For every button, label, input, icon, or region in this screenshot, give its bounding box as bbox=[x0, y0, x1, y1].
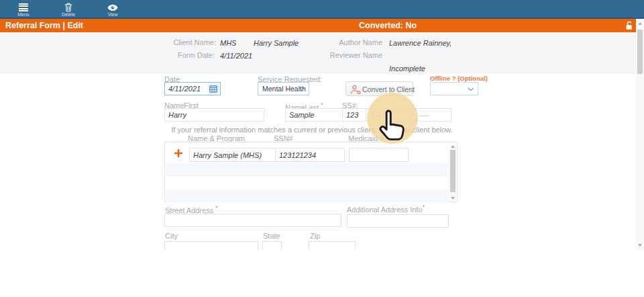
page-scrollbar[interactable] bbox=[636, 19, 644, 250]
eye-icon bbox=[107, 4, 119, 11]
match-ssn-input[interactable] bbox=[275, 148, 345, 162]
form-status: Incomplete bbox=[389, 65, 425, 73]
match-instruction-text: If your referral information matches a c… bbox=[164, 126, 460, 134]
state-label: State bbox=[263, 232, 280, 240]
zip-label: Zip bbox=[310, 232, 320, 240]
scroll-up-icon[interactable] bbox=[451, 145, 455, 148]
table-scrollbar-thumb[interactable] bbox=[450, 150, 455, 192]
menu-button-label: Menu bbox=[10, 12, 37, 17]
page-scrollbar-thumb[interactable] bbox=[637, 30, 643, 74]
offline-optional-label: Offline ? (Optional) bbox=[430, 75, 488, 82]
ssn-part1-input[interactable] bbox=[342, 108, 366, 122]
convert-to-client-label: Convert to Client bbox=[362, 85, 415, 93]
app-window: Menu Delete View Referral Form | Edit Co… bbox=[0, 0, 644, 297]
client-program-value: MHS bbox=[220, 39, 236, 47]
chevron-down-icon bbox=[468, 87, 474, 91]
city-label: City bbox=[165, 232, 178, 240]
chevron-down-icon bbox=[299, 87, 305, 91]
calendar-icon bbox=[209, 85, 217, 93]
title-bar: Referral Form | Edit Converted: No bbox=[0, 19, 636, 32]
state-input[interactable] bbox=[262, 241, 282, 250]
ssn-part2-input[interactable] bbox=[373, 108, 410, 122]
toolbar: Menu Delete View bbox=[0, 0, 644, 19]
scroll-down-icon[interactable] bbox=[451, 197, 455, 200]
form-viewport: Client Name: MHS Harry Sample Author Nam… bbox=[0, 32, 636, 250]
service-requested-select[interactable]: Mental Health bbox=[258, 82, 309, 95]
form-date-value: 4/11/2021 bbox=[220, 52, 252, 60]
client-name-label: Client Name: bbox=[161, 38, 216, 46]
additional-address-label: Additional Address Info* bbox=[347, 204, 425, 214]
street-address-label: Street Address * bbox=[165, 204, 218, 214]
table-row[interactable] bbox=[166, 190, 449, 202]
author-name-label: Author Name bbox=[322, 38, 382, 46]
date-field[interactable]: 4/11/2021 bbox=[164, 82, 221, 95]
hamburger-icon bbox=[19, 3, 28, 11]
unlock-icon[interactable] bbox=[625, 21, 633, 30]
calendar-button[interactable] bbox=[207, 83, 219, 94]
client-match-table bbox=[164, 142, 458, 202]
ssn-part3-input[interactable] bbox=[416, 108, 451, 122]
table-scrollbar[interactable] bbox=[449, 143, 456, 202]
client-name-value: Harry Sample bbox=[254, 39, 299, 47]
delete-button[interactable]: Delete bbox=[55, 1, 82, 17]
convert-to-client-button[interactable]: Convert to Client bbox=[345, 81, 413, 96]
required-asterisk: * bbox=[423, 204, 425, 210]
view-button[interactable]: View bbox=[99, 1, 126, 17]
additional-address-input[interactable] bbox=[347, 214, 449, 228]
reviewer-name-label: Reviewer Name bbox=[322, 51, 382, 59]
table-row[interactable] bbox=[166, 163, 449, 177]
author-name-value: Lawrence Rainney, bbox=[389, 39, 451, 47]
required-asterisk: * bbox=[321, 101, 323, 108]
required-asterisk: * bbox=[215, 204, 218, 211]
zip-input[interactable] bbox=[309, 241, 356, 250]
name-first-input[interactable] bbox=[164, 108, 264, 122]
trash-icon bbox=[64, 3, 73, 12]
person-add-icon bbox=[350, 85, 362, 95]
summary-header: Client Name: MHS Harry Sample Author Nam… bbox=[0, 32, 636, 74]
offline-select[interactable] bbox=[430, 82, 478, 95]
city-input[interactable] bbox=[164, 241, 258, 250]
plus-icon[interactable] bbox=[174, 148, 183, 158]
street-address-input[interactable] bbox=[164, 214, 341, 227]
view-button-label: View bbox=[99, 12, 126, 17]
scroll-up-icon[interactable] bbox=[638, 22, 642, 25]
page-title: Referral Form | Edit bbox=[5, 19, 83, 32]
scroll-down-icon[interactable] bbox=[638, 244, 642, 247]
match-medicaid-input[interactable] bbox=[349, 148, 409, 162]
name-last-input[interactable] bbox=[285, 108, 385, 122]
date-value: 4/11/2021 bbox=[168, 85, 201, 93]
form-date-label: Form Date: bbox=[161, 51, 215, 59]
converted-status: Converted: No bbox=[359, 19, 417, 32]
menu-button[interactable]: Menu bbox=[10, 1, 37, 17]
delete-button-label: Delete bbox=[55, 12, 82, 17]
